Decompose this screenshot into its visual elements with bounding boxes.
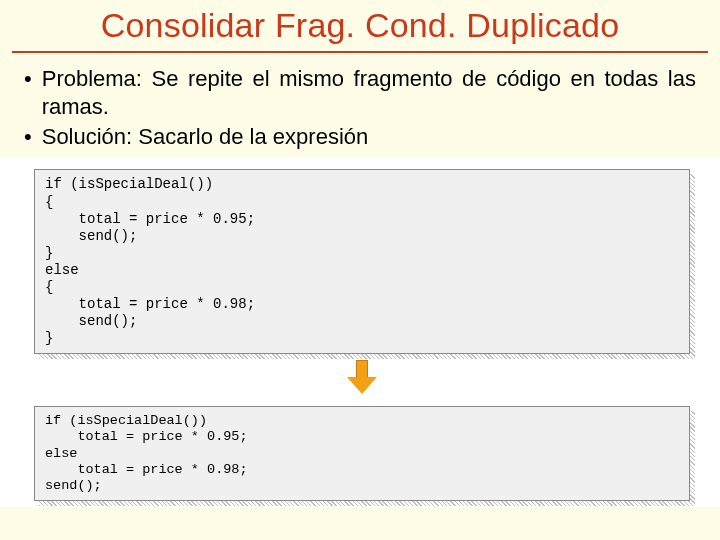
bullet-problem: • Problema: Se repite el mismo fragmento… xyxy=(24,65,696,121)
bullet-solution-rest: Sacarlo de la expresión xyxy=(132,124,368,149)
bullet-problem-text: Problema: Se repite el mismo fragmento d… xyxy=(42,65,696,121)
code-before-box: if (isSpecialDeal()) { total = price * 0… xyxy=(34,169,690,354)
slide-title: Consolidar Frag. Cond. Duplicado xyxy=(12,0,708,53)
code-before: if (isSpecialDeal()) { total = price * 0… xyxy=(34,169,690,354)
bullet-solution-text: Solución: Sacarlo de la expresión xyxy=(42,123,696,151)
bullet-list: • Problema: Se repite el mismo fragmento… xyxy=(0,53,720,151)
arrow-down xyxy=(34,360,690,398)
bullet-problem-label: Problema: xyxy=(42,66,142,91)
bullet-dot: • xyxy=(24,65,32,93)
code-after-box: if (isSpecialDeal()) total = price * 0.9… xyxy=(34,406,690,501)
bullet-dot: • xyxy=(24,123,32,151)
arrow-down-icon xyxy=(347,360,377,394)
code-after: if (isSpecialDeal()) total = price * 0.9… xyxy=(34,406,690,501)
bullet-solution-label: Solución: xyxy=(42,124,133,149)
code-section: if (isSpecialDeal()) { total = price * 0… xyxy=(0,157,720,507)
bullet-solution: • Solución: Sacarlo de la expresión xyxy=(24,123,696,151)
